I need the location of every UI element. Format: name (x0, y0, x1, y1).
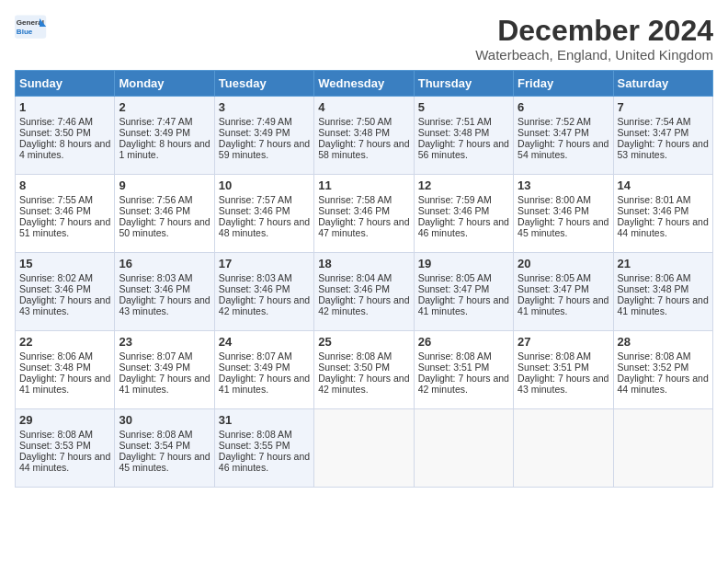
daylight-text: Daylight: 7 hours and 41 minutes. (119, 373, 210, 395)
sunrise-text: Sunrise: 8:04 AM (318, 272, 392, 283)
daylight-text: Daylight: 7 hours and 41 minutes. (418, 294, 509, 316)
sunset-text: Sunset: 3:46 PM (119, 283, 190, 294)
month-title: December 2024 (475, 15, 713, 47)
daylight-text: Daylight: 7 hours and 42 minutes. (318, 294, 409, 316)
sunset-text: Sunset: 3:48 PM (19, 362, 91, 373)
day-number: 7 (618, 100, 709, 114)
day-number: 31 (219, 413, 310, 427)
sunrise-text: Sunrise: 8:08 AM (518, 350, 591, 362)
sunset-text: Sunset: 3:46 PM (318, 283, 390, 294)
daylight-text: Daylight: 7 hours and 59 minutes. (219, 138, 310, 160)
sunrise-text: Sunrise: 8:08 AM (418, 350, 492, 362)
daylight-text: Daylight: 7 hours and 44 minutes. (19, 451, 110, 473)
table-row (414, 409, 513, 488)
daylight-text: Daylight: 7 hours and 45 minutes. (119, 451, 210, 473)
svg-text:Blue: Blue (17, 28, 33, 36)
daylight-text: Daylight: 7 hours and 42 minutes. (219, 294, 310, 316)
table-row: 12Sunrise: 7:59 AMSunset: 3:46 PMDayligh… (414, 175, 513, 253)
table-row: 16Sunrise: 8:03 AMSunset: 3:46 PMDayligh… (115, 253, 214, 331)
table-row (514, 409, 613, 488)
daylight-text: Daylight: 7 hours and 41 minutes. (518, 294, 609, 316)
daylight-text: Daylight: 7 hours and 43 minutes. (518, 373, 609, 395)
day-number: 13 (518, 178, 609, 192)
day-number: 17 (219, 257, 310, 270)
sunset-text: Sunset: 3:48 PM (318, 127, 390, 138)
sunset-text: Sunset: 3:54 PM (119, 440, 190, 451)
daylight-text: Daylight: 7 hours and 56 minutes. (418, 138, 509, 160)
day-number: 24 (219, 335, 310, 349)
sunrise-text: Sunrise: 8:00 AM (518, 194, 591, 205)
sunrise-text: Sunrise: 7:56 AM (119, 194, 192, 205)
sunset-text: Sunset: 3:49 PM (219, 127, 290, 138)
calendar-week-row: 22Sunrise: 8:06 AMSunset: 3:48 PMDayligh… (16, 331, 713, 409)
table-row: 25Sunrise: 8:08 AMSunset: 3:50 PMDayligh… (314, 331, 414, 409)
table-row: 11Sunrise: 7:58 AMSunset: 3:46 PMDayligh… (314, 175, 414, 253)
sunrise-text: Sunrise: 7:49 AM (219, 116, 292, 127)
day-number: 9 (119, 178, 210, 192)
calendar-week-row: 15Sunrise: 8:02 AMSunset: 3:46 PMDayligh… (16, 253, 713, 331)
daylight-text: Daylight: 7 hours and 47 minutes. (318, 216, 409, 238)
daylight-text: Daylight: 7 hours and 43 minutes. (119, 294, 210, 316)
sunset-text: Sunset: 3:47 PM (518, 283, 589, 294)
daylight-text: Daylight: 7 hours and 41 minutes. (219, 373, 310, 395)
day-number: 14 (618, 178, 709, 192)
table-row: 21Sunrise: 8:06 AMSunset: 3:48 PMDayligh… (613, 253, 712, 331)
daylight-text: Daylight: 7 hours and 45 minutes. (518, 216, 609, 238)
daylight-text: Daylight: 7 hours and 58 minutes. (318, 138, 409, 160)
sunset-text: Sunset: 3:48 PM (618, 283, 689, 294)
sunrise-text: Sunrise: 8:08 AM (219, 429, 292, 440)
col-sunday: Sunday (16, 71, 115, 97)
col-saturday: Saturday (613, 71, 712, 97)
col-friday: Friday (514, 71, 613, 97)
sunset-text: Sunset: 3:48 PM (418, 127, 490, 138)
sunset-text: Sunset: 3:55 PM (219, 440, 290, 451)
table-row: 24Sunrise: 8:07 AMSunset: 3:49 PMDayligh… (214, 331, 313, 409)
sunset-text: Sunset: 3:49 PM (219, 362, 290, 373)
day-number: 19 (418, 257, 509, 270)
table-row: 31Sunrise: 8:08 AMSunset: 3:55 PMDayligh… (214, 409, 313, 488)
daylight-text: Daylight: 7 hours and 54 minutes. (518, 138, 609, 160)
sunrise-text: Sunrise: 8:05 AM (418, 272, 492, 283)
sunrise-text: Sunrise: 7:46 AM (19, 116, 93, 127)
table-row: 27Sunrise: 8:08 AMSunset: 3:51 PMDayligh… (514, 331, 613, 409)
day-number: 20 (518, 257, 609, 270)
daylight-text: Daylight: 7 hours and 53 minutes. (618, 138, 709, 160)
sunrise-text: Sunrise: 8:08 AM (19, 429, 93, 440)
sunrise-text: Sunrise: 8:03 AM (119, 272, 192, 283)
sunset-text: Sunset: 3:49 PM (119, 362, 190, 373)
daylight-text: Daylight: 7 hours and 43 minutes. (19, 294, 110, 316)
daylight-text: Daylight: 8 hours and 4 minutes. (19, 138, 110, 160)
sunset-text: Sunset: 3:46 PM (219, 283, 290, 294)
calendar-week-row: 8Sunrise: 7:55 AMSunset: 3:46 PMDaylight… (16, 175, 713, 253)
col-monday: Monday (115, 71, 214, 97)
sunrise-text: Sunrise: 8:06 AM (618, 272, 691, 283)
table-row: 17Sunrise: 8:03 AMSunset: 3:46 PMDayligh… (214, 253, 313, 331)
sunrise-text: Sunrise: 7:59 AM (418, 194, 492, 205)
sunset-text: Sunset: 3:51 PM (518, 362, 589, 373)
sunset-text: Sunset: 3:46 PM (119, 205, 190, 216)
sunrise-text: Sunrise: 8:08 AM (318, 350, 392, 362)
calendar-week-row: 1Sunrise: 7:46 AMSunset: 3:50 PMDaylight… (16, 97, 713, 175)
table-row: 7Sunrise: 7:54 AMSunset: 3:47 PMDaylight… (613, 97, 712, 175)
daylight-text: Daylight: 7 hours and 44 minutes. (618, 373, 709, 395)
sunrise-text: Sunrise: 7:55 AM (19, 194, 93, 205)
sunrise-text: Sunrise: 8:08 AM (618, 350, 691, 362)
daylight-text: Daylight: 7 hours and 50 minutes. (119, 216, 210, 238)
location: Waterbeach, England, United Kingdom (475, 47, 713, 63)
sunrise-text: Sunrise: 7:51 AM (418, 116, 492, 127)
logo: General Blue (15, 15, 51, 40)
sunset-text: Sunset: 3:46 PM (518, 205, 589, 216)
sunset-text: Sunset: 3:46 PM (19, 283, 91, 294)
table-row: 22Sunrise: 8:06 AMSunset: 3:48 PMDayligh… (16, 331, 115, 409)
table-row: 18Sunrise: 8:04 AMSunset: 3:46 PMDayligh… (314, 253, 414, 331)
day-number: 3 (219, 100, 310, 114)
table-row: 1Sunrise: 7:46 AMSunset: 3:50 PMDaylight… (16, 97, 115, 175)
sunrise-text: Sunrise: 7:57 AM (219, 194, 292, 205)
day-number: 26 (418, 335, 509, 349)
sunset-text: Sunset: 3:46 PM (19, 205, 91, 216)
day-number: 15 (19, 257, 110, 270)
daylight-text: Daylight: 7 hours and 46 minutes. (219, 451, 310, 473)
day-number: 16 (119, 257, 210, 270)
sunset-text: Sunset: 3:46 PM (618, 205, 689, 216)
table-row: 9Sunrise: 7:56 AMSunset: 3:46 PMDaylight… (115, 175, 214, 253)
